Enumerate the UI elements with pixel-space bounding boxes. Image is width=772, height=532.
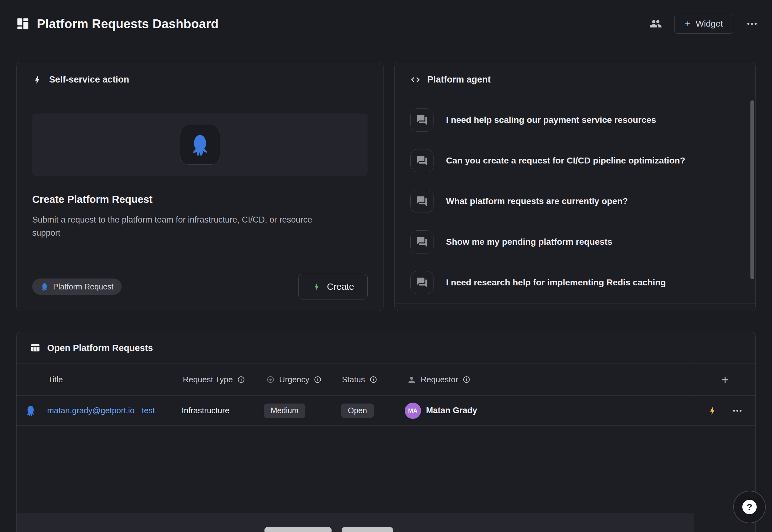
urgency-badge: Medium xyxy=(264,404,305,418)
suggestion-label: I need help scaling our payment service … xyxy=(446,115,656,125)
agent-suggestion-item[interactable]: Show me my pending platform requests xyxy=(410,230,740,253)
chat-bubble-icon[interactable] xyxy=(410,108,434,132)
column-header-urgency[interactable]: Urgency xyxy=(266,364,322,395)
page-title: Platform Requests Dashboard xyxy=(37,17,219,31)
self-service-action-card: Self-service action Create Platform Requ… xyxy=(16,62,383,311)
chat-bubble-icon[interactable] xyxy=(410,271,434,294)
page-header: Platform Requests Dashboard + Widget xyxy=(16,13,758,35)
column-header-requestor[interactable]: Requestor xyxy=(407,364,470,395)
chat-bubble-icon[interactable] xyxy=(410,149,434,172)
header-actions: + Widget xyxy=(649,14,758,34)
table-footer-scroll-area xyxy=(17,513,694,532)
lightning-bolt-icon xyxy=(32,75,42,85)
row-urgency-cell: Medium xyxy=(264,396,305,425)
table-row[interactable]: matan.grady@getport.io - test Infrastruc… xyxy=(17,396,755,426)
help-button[interactable]: ? xyxy=(733,491,766,523)
create-button-label: Create xyxy=(327,282,354,292)
add-column-button[interactable] xyxy=(694,364,756,395)
suggestion-label: Can you create a request for CI/CD pipel… xyxy=(446,156,685,166)
agent-card-footer-divider xyxy=(395,303,755,304)
column-label: Requestor xyxy=(421,375,458,384)
row-more-options-icon[interactable] xyxy=(732,405,743,416)
agent-suggestion-item[interactable]: Can you create a request for CI/CD pipel… xyxy=(410,149,740,172)
requestor-name: Matan Grady xyxy=(426,406,477,415)
request-type-value: Infrastructure xyxy=(182,406,229,415)
row-request-type-cell: Infrastructure xyxy=(182,396,229,425)
requestor-avatar: MA xyxy=(405,403,421,419)
create-button[interactable]: Create xyxy=(298,274,368,299)
users-icon[interactable] xyxy=(649,18,662,30)
column-label: Status xyxy=(342,375,365,384)
question-mark-icon: ? xyxy=(742,500,757,514)
info-icon[interactable] xyxy=(369,376,377,384)
suggestion-label: What platform requests are currently ope… xyxy=(446,196,628,206)
plus-icon xyxy=(720,374,730,385)
agent-card-header: Platform agent xyxy=(395,62,755,97)
port-octopus-icon xyxy=(25,405,37,417)
column-header-status[interactable]: Status xyxy=(342,364,377,395)
action-icon-box xyxy=(180,125,220,165)
self-service-card-body: Create Platform Request Submit a request… xyxy=(17,97,383,311)
lightning-bolt-icon xyxy=(312,282,321,291)
port-octopus-icon xyxy=(40,283,49,291)
column-header-title[interactable]: Title xyxy=(48,364,63,395)
action-description: Submit a request to the platform team fo… xyxy=(32,213,332,240)
blueprint-badge-label: Platform Request xyxy=(53,282,113,291)
add-widget-label: Widget xyxy=(696,19,723,29)
port-octopus-icon xyxy=(188,133,212,156)
action-banner xyxy=(32,113,368,176)
person-icon xyxy=(407,375,416,384)
table-icon xyxy=(30,343,40,353)
agent-suggestion-item[interactable]: I need research help for implementing Re… xyxy=(410,271,740,294)
agent-suggestion-item[interactable]: I need help scaling our payment service … xyxy=(410,108,740,132)
table-card-header: Open Platform Requests xyxy=(17,332,755,364)
horizontal-scrollbar-thumb[interactable] xyxy=(264,527,332,532)
chat-bubble-icon[interactable] xyxy=(410,230,434,253)
self-service-card-header: Self-service action xyxy=(17,62,383,97)
open-platform-requests-card: Open Platform Requests Title Request Typ… xyxy=(16,332,756,532)
table-card-title: Open Platform Requests xyxy=(47,343,153,353)
column-header-request-type[interactable]: Request Type xyxy=(183,364,245,395)
row-title-link[interactable]: matan.grady@getport.io - test xyxy=(47,406,155,415)
info-icon[interactable] xyxy=(237,376,245,384)
agent-suggestion-item[interactable]: What platform requests are currently ope… xyxy=(410,190,740,213)
code-brackets-icon xyxy=(410,75,420,85)
column-label: Urgency xyxy=(279,375,309,384)
radio-dot-icon xyxy=(266,375,275,384)
info-icon[interactable] xyxy=(463,376,470,384)
row-title-cell: matan.grady@getport.io - test xyxy=(47,396,155,425)
suggestion-label: I need research help for implementing Re… xyxy=(446,278,666,288)
agent-card-title: Platform agent xyxy=(427,74,491,85)
dashboard-logo-icon xyxy=(16,17,29,30)
chat-bubble-icon[interactable] xyxy=(410,190,434,213)
suggestion-label: Show me my pending platform requests xyxy=(446,237,612,247)
row-actions xyxy=(694,396,756,425)
add-widget-button[interactable]: + Widget xyxy=(674,14,733,34)
row-requestor-cell: MA Matan Grady xyxy=(405,396,477,425)
info-icon[interactable] xyxy=(314,376,322,384)
row-status-cell: Open xyxy=(341,396,374,425)
status-badge: Open xyxy=(341,404,374,418)
platform-agent-card: Platform agent I need help scaling our p… xyxy=(394,62,756,311)
self-service-card-title: Self-service action xyxy=(49,74,129,85)
agent-vertical-scrollbar[interactable] xyxy=(750,100,754,279)
horizontal-scrollbar-thumb[interactable] xyxy=(342,527,393,532)
blueprint-badge[interactable]: Platform Request xyxy=(32,279,122,295)
actions-column-divider xyxy=(694,364,694,532)
column-label: Request Type xyxy=(183,375,233,384)
action-heading: Create Platform Request xyxy=(32,193,368,205)
plus-icon: + xyxy=(685,19,691,29)
column-label: Title xyxy=(48,375,63,384)
table-column-header-row: Title Request Type Urgency Status xyxy=(17,364,755,396)
action-footer: Platform Request Create xyxy=(32,274,368,299)
run-action-bolt-icon[interactable] xyxy=(707,406,717,416)
agent-suggestion-list: I need help scaling our payment service … xyxy=(395,97,755,294)
more-options-icon[interactable] xyxy=(746,18,758,30)
row-blueprint-icon-cell xyxy=(25,396,37,425)
